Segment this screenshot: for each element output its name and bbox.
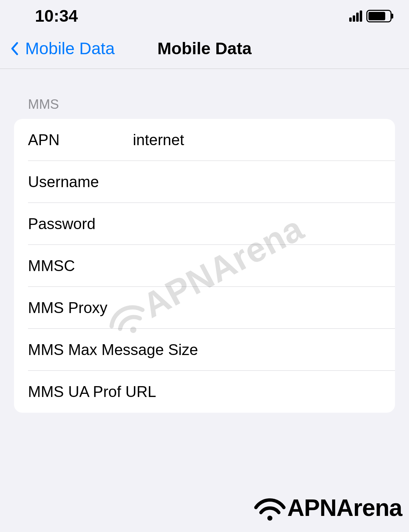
mms-ua-prof-url-input[interactable] xyxy=(156,383,381,400)
row-label: Username xyxy=(28,173,133,191)
footer-logo: APNArena xyxy=(252,494,402,522)
footer-text: APNArena xyxy=(287,494,402,521)
row-label: MMS UA Prof URL xyxy=(28,383,156,400)
back-label: Mobile Data xyxy=(25,39,115,58)
status-bar: 10:34 xyxy=(0,0,409,32)
row-label: APN xyxy=(28,131,133,149)
navigation-bar: Mobile Data Mobile Data xyxy=(0,32,409,69)
status-time: 10:34 xyxy=(35,6,78,26)
row-mms-max-size[interactable]: MMS Max Message Size xyxy=(14,329,395,371)
row-label: MMS Max Message Size xyxy=(28,341,198,359)
wifi-icon xyxy=(252,494,287,522)
page-title: Mobile Data xyxy=(157,39,251,58)
mmsc-input[interactable] xyxy=(133,257,381,275)
row-password[interactable]: Password xyxy=(14,203,395,245)
content-area: MMS APN Username Password MMSC MMS Proxy… xyxy=(0,69,409,413)
apn-input[interactable] xyxy=(133,131,381,149)
section-header: MMS xyxy=(14,97,395,119)
row-label: MMSC xyxy=(28,257,133,275)
cellular-signal-icon xyxy=(349,10,362,22)
back-button[interactable]: Mobile Data xyxy=(10,39,115,58)
row-username[interactable]: Username xyxy=(14,161,395,203)
row-mms-proxy[interactable]: MMS Proxy xyxy=(14,287,395,329)
status-indicators xyxy=(349,10,392,22)
row-mms-ua-prof-url[interactable]: MMS UA Prof URL xyxy=(14,371,395,413)
row-mmsc[interactable]: MMSC xyxy=(14,245,395,287)
mms-max-size-input[interactable] xyxy=(198,341,390,359)
username-input[interactable] xyxy=(133,173,381,191)
battery-icon xyxy=(366,10,392,22)
mms-proxy-input[interactable] xyxy=(133,299,381,317)
settings-group: APN Username Password MMSC MMS Proxy MMS… xyxy=(14,119,395,413)
svg-point-1 xyxy=(267,516,272,520)
row-apn[interactable]: APN xyxy=(14,119,395,161)
row-label: MMS Proxy xyxy=(28,299,133,317)
row-label: Password xyxy=(28,215,133,233)
password-input[interactable] xyxy=(133,215,381,233)
chevron-left-icon xyxy=(10,42,18,55)
